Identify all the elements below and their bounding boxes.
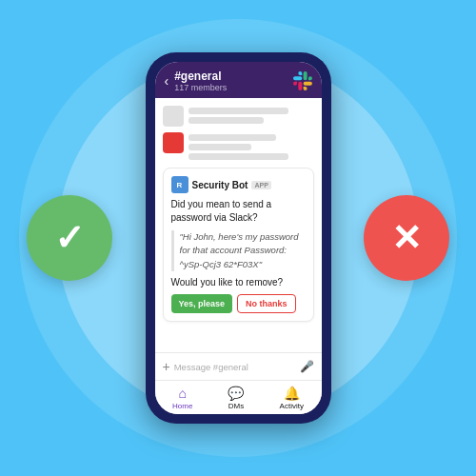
yes-please-button[interactable]: Yes, please <box>171 294 233 313</box>
message-placeholder[interactable]: Message #general <box>174 362 296 372</box>
bot-question: Did you mean to send a password via Slac… <box>171 198 306 225</box>
phone-frame: ‹ #general 117 members <box>146 52 331 424</box>
nav-item-dms[interactable]: 💬 DMs <box>228 386 244 410</box>
bot-message-card: R Security Bot APP Did you mean to send … <box>163 168 314 322</box>
nav-label-dms: DMs <box>228 402 244 410</box>
bot-icon: R <box>171 176 188 193</box>
skeleton-line <box>188 108 289 114</box>
nav-item-home[interactable]: ⌂ Home <box>172 386 192 410</box>
home-icon: ⌂ <box>178 386 186 401</box>
channel-members: 117 members <box>174 83 287 92</box>
check-circle[interactable]: ✓ <box>27 195 112 281</box>
back-arrow-icon[interactable]: ‹ <box>165 73 169 89</box>
skeleton-line <box>188 144 251 150</box>
checkmark-icon: ✓ <box>54 220 85 256</box>
plus-icon[interactable]: + <box>163 359 170 374</box>
skeleton-line <box>188 153 289 160</box>
header-text: #general 117 members <box>174 69 287 92</box>
activity-icon: 🔔 <box>284 386 300 401</box>
skeleton-avatar-2 <box>163 132 184 153</box>
message-input-bar: + Message #general 🎤 <box>155 352 322 380</box>
slack-header: ‹ #general 117 members <box>155 62 322 98</box>
skeleton-lines-2 <box>188 132 314 160</box>
bot-name: Security Bot <box>192 180 248 190</box>
bot-app-badge: APP <box>251 181 270 189</box>
bot-header: R Security Bot APP <box>171 176 306 193</box>
chat-area: R Security Bot APP Did you mean to send … <box>155 98 322 352</box>
follow-up-text: Would you like to remove? <box>171 277 306 288</box>
nav-label-home: Home <box>172 402 192 410</box>
skeleton-lines-1 <box>188 106 314 124</box>
skeleton-avatar-1 <box>163 106 184 127</box>
bottom-nav: ⌂ Home 💬 DMs 🔔 Activity <box>155 380 322 414</box>
skeleton-line <box>188 134 276 141</box>
x-circle[interactable]: ✕ <box>364 195 449 281</box>
action-buttons: Yes, please No thanks <box>171 294 306 313</box>
bot-icon-letter: R <box>177 181 183 189</box>
skeleton-message-1 <box>163 106 314 127</box>
slack-logo-icon <box>293 71 312 90</box>
no-thanks-button[interactable]: No thanks <box>237 294 296 313</box>
skeleton-line <box>188 117 264 124</box>
phone-screen: ‹ #general 117 members <box>155 62 322 414</box>
nav-label-activity: Activity <box>280 402 304 410</box>
channel-name: #general <box>174 69 287 83</box>
xmark-icon: ✕ <box>391 220 422 256</box>
dms-icon: 💬 <box>228 386 244 401</box>
quoted-password-text: "Hi John, here's my password for that ac… <box>171 230 306 271</box>
skeleton-message-2 <box>163 132 314 160</box>
nav-item-activity[interactable]: 🔔 Activity <box>280 386 304 410</box>
mic-icon[interactable]: 🎤 <box>300 360 314 373</box>
